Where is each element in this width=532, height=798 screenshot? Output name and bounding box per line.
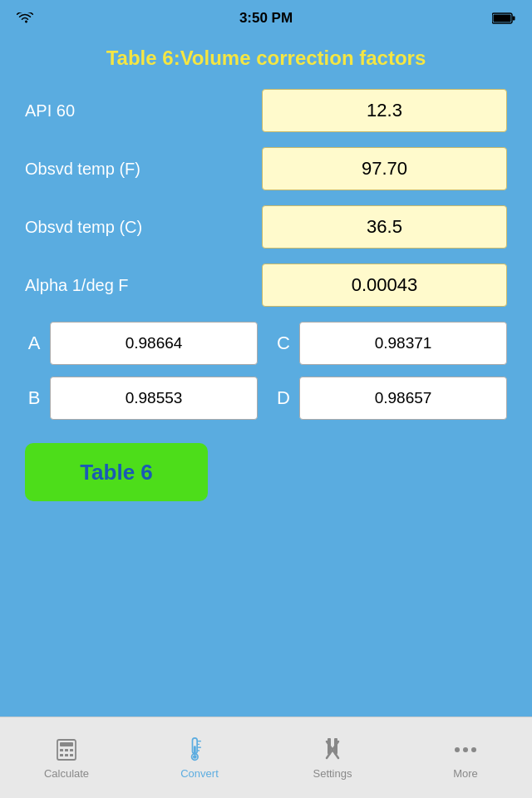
svg-point-26 bbox=[463, 747, 468, 752]
tab-settings[interactable]: Settings bbox=[266, 736, 399, 780]
tab-bar: Calculate Convert bbox=[0, 717, 532, 798]
c-letter: C bbox=[274, 332, 293, 354]
obsvd-temp-c-input[interactable] bbox=[262, 205, 507, 249]
svg-rect-22 bbox=[328, 738, 331, 742]
obsvd-temp-f-label: Obsvd temp (F) bbox=[25, 160, 262, 179]
thermometer-icon bbox=[185, 736, 214, 764]
status-time: 3:50 PM bbox=[239, 10, 293, 27]
tab-more[interactable]: More bbox=[399, 736, 532, 780]
tab-convert-label: Convert bbox=[180, 767, 219, 780]
api60-label: API 60 bbox=[25, 101, 262, 121]
abcd-col-left: A B bbox=[25, 322, 258, 420]
d-letter: D bbox=[274, 387, 293, 409]
wifi-icon bbox=[17, 12, 33, 24]
obsvd-temp-c-label: Obsvd temp (C) bbox=[25, 218, 262, 237]
abcd-section: A B C D bbox=[25, 322, 507, 420]
page-title: Table 6:Volume correction factors bbox=[25, 45, 507, 71]
table6-button[interactable]: Table 6 bbox=[25, 443, 208, 501]
svg-rect-6 bbox=[65, 749, 68, 751]
b-row: B bbox=[25, 377, 258, 420]
abcd-col-right: C D bbox=[274, 322, 507, 420]
obsvd-temp-f-row: Obsvd temp (F) bbox=[25, 147, 507, 190]
svg-rect-10 bbox=[70, 754, 73, 756]
c-row: C bbox=[274, 322, 507, 365]
tools-icon bbox=[318, 736, 347, 764]
svg-rect-9 bbox=[65, 754, 68, 756]
api60-row: API 60 bbox=[25, 89, 507, 132]
svg-rect-24 bbox=[334, 738, 337, 742]
a-input[interactable] bbox=[50, 322, 258, 365]
svg-rect-2 bbox=[513, 17, 515, 21]
status-icons-left bbox=[17, 12, 33, 24]
tab-more-label: More bbox=[453, 767, 478, 780]
svg-rect-1 bbox=[494, 15, 511, 22]
c-input[interactable] bbox=[299, 322, 507, 365]
obsvd-temp-c-row: Obsvd temp (C) bbox=[25, 205, 507, 249]
svg-rect-8 bbox=[60, 754, 63, 756]
main-content: Table 6:Volume correction factors API 60… bbox=[0, 37, 532, 501]
status-bar: 3:50 PM bbox=[0, 0, 532, 37]
status-icons-right bbox=[492, 12, 515, 24]
obsvd-temp-f-input[interactable] bbox=[262, 147, 507, 190]
svg-rect-13 bbox=[194, 746, 196, 755]
tab-settings-label: Settings bbox=[313, 767, 352, 780]
battery-icon bbox=[492, 12, 515, 24]
svg-point-14 bbox=[193, 755, 197, 759]
calculator-icon bbox=[52, 736, 81, 764]
alpha-input[interactable] bbox=[262, 264, 507, 307]
b-input[interactable] bbox=[50, 377, 258, 420]
d-input[interactable] bbox=[299, 377, 507, 420]
d-row: D bbox=[274, 377, 507, 420]
a-row: A bbox=[25, 322, 258, 365]
svg-point-27 bbox=[471, 747, 476, 752]
a-letter: A bbox=[25, 332, 43, 354]
svg-rect-4 bbox=[60, 742, 73, 746]
alpha-label: Alpha 1/deg F bbox=[25, 276, 262, 295]
svg-rect-5 bbox=[60, 749, 63, 751]
alpha-row: Alpha 1/deg F bbox=[25, 264, 507, 307]
dots-icon bbox=[451, 736, 480, 764]
api60-input[interactable] bbox=[262, 89, 507, 132]
table-btn-container: Table 6 bbox=[25, 443, 507, 501]
svg-rect-7 bbox=[70, 749, 73, 751]
tab-convert[interactable]: Convert bbox=[133, 736, 266, 780]
b-letter: B bbox=[25, 387, 43, 409]
tab-calculate-label: Calculate bbox=[44, 767, 89, 780]
svg-point-25 bbox=[455, 747, 460, 752]
tab-calculate[interactable]: Calculate bbox=[0, 736, 133, 780]
